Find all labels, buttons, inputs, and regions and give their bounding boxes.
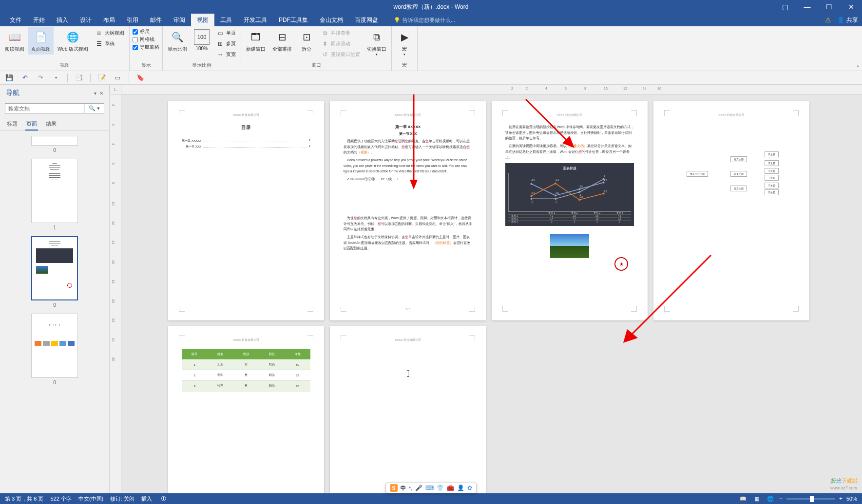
tellme-search[interactable]: 💡 告诉我您想要做什么... [394,14,455,26]
next-button[interactable]: ▭ [113,74,122,82]
zoom-out-button[interactable]: − [779,495,783,502]
search-input[interactable] [5,104,84,113]
insert-endnote-button[interactable]: 📝 [97,74,106,82]
tab-mailings[interactable]: 邮件 [144,14,168,26]
tab-layout[interactable]: 布局 [97,14,121,26]
switch-windows-button[interactable]: ⧉ 切换窗口 ▾ [364,27,389,58]
zoom-in-button[interactable]: + [839,495,843,502]
status-extra-icon[interactable]: 🛈 [161,496,166,502]
close-button[interactable]: ✕ [840,0,862,14]
research-button[interactable]: 🔖 [136,74,145,82]
thumb-item[interactable]: ▬▬▬▬▬▬▬▬▬▬▬▬▬▬▬▬▬▬▬▬▬▬▬▬▬▬▬▬▬▬▬▬▬▬▬▬▬▬▬▬… [5,159,104,230]
document-scroll-area[interactable]: XXXX 科技有限公司 目录 第一章 XXXXX2 第一节 XXX2 XXXX … [121,94,862,493]
share-button[interactable]: 👤 共享 [837,16,858,24]
page-width-button[interactable]: ↔页宽 [214,50,238,59]
ime-punct-icon[interactable]: •, [409,485,413,491]
document-page[interactable]: XXXX 科技有限公司 单击中心主题 分支主题 分支主题 分支主题 子主题 子主… [653,101,809,320]
zoom-level[interactable]: 50% [846,496,857,502]
zoom-100-button[interactable]: 100 100% [191,27,212,53]
undo-button[interactable]: ↶ [20,74,29,82]
ruler-corner[interactable]: L [110,85,121,94]
landscape-image[interactable] [550,234,589,258]
draft-view-button[interactable]: ☰ 草稿 [93,39,126,49]
redo-button[interactable]: ↷ [36,74,45,82]
ime-toolbar[interactable]: S 中 •, 🎤 ⌨ 👕 🧰 👤 ✿ [385,483,477,493]
ime-voice-icon[interactable]: 🎤 [415,485,422,491]
toc-button[interactable]: 📑 [75,74,83,82]
navpane-search[interactable]: 🔍 ▾ [5,103,104,113]
zoom-slider[interactable] [786,498,835,500]
navpane-tab-results[interactable]: 结果 [45,118,57,131]
ruler-checkbox[interactable]: 标尺 [133,28,159,35]
maximize-button[interactable]: ☐ [818,0,840,14]
read-mode-view-button[interactable]: 📖 [738,495,748,503]
tab-tools[interactable]: 工具 [214,14,238,26]
tab-review[interactable]: 审阅 [168,14,191,26]
chart[interactable]: 图表标题 4.34.454.5 2. [505,163,634,226]
document-page[interactable]: XXXX 科技有限公司 第一章 XXXXX 第一节 XXX 视频提供了功能强大的… [330,101,486,320]
ribbon-display-options-button[interactable]: ▢ [774,0,796,14]
sync-scroll-icon: ⬍ [321,40,329,48]
macros-button[interactable]: ▶ 宏 ▾ [394,27,415,58]
status-lang[interactable]: 中文(中国) [78,495,103,503]
new-window-button[interactable]: 🗔 新建窗口 [243,27,268,55]
tab-pdf[interactable]: PDF工具集 [273,14,314,26]
multi-page-button[interactable]: ⊞多页 [214,39,238,49]
zoom-button[interactable]: 🔍 显示比例 [165,27,190,55]
status-words[interactable]: 522 个字 [50,495,71,503]
ime-skin-icon[interactable]: 👕 [437,485,444,491]
svg-text:4.3: 4.3 [532,179,535,182]
split-button[interactable]: ⊡ 拆分 [296,27,317,55]
tab-baidu[interactable]: 百度网盘 [349,14,384,26]
warning-icon[interactable]: ⚠ [825,16,831,24]
vertical-ruler[interactable]: 22 46 810 1214 1618 2022 2426 [110,94,121,493]
document-page[interactable]: XXXX 科技有限公司 使用在需要位置出现的新按钮在 Word 中保存时间。要要… [492,101,648,320]
tab-design[interactable]: 设计 [74,14,97,26]
gridlines-checkbox[interactable]: 网格线 [133,36,159,43]
navpane-checkbox[interactable]: 导航窗格 [133,44,159,51]
document-page[interactable]: XXXX 科技有限公司 目录 第一章 XXXXX2 第一节 XXX2 [168,101,324,320]
ime-keyboard-icon[interactable]: ⌨ [425,485,434,491]
minimize-button[interactable]: — [796,0,818,14]
navpane-dropdown-button[interactable]: ▾ [94,91,96,96]
web-layout-view-button[interactable]: 🌐 [766,495,775,503]
thumb-item[interactable]: 0 [5,136,104,153]
navpane-thumbnails[interactable]: 0 ▬▬▬▬▬▬▬▬▬▬▬▬▬▬▬▬▬▬▬▬▬▬▬▬▬▬▬▬▬▬▬▬▬▬▬▬▬▬… [0,131,109,493]
thumb-item[interactable]: ▬▬▬▬▬▬▬▬▬▬▬▬▬▬▬▬▬▬▬▬▬ 0 [5,236,104,308]
one-page-button[interactable]: ▭单页 [214,28,238,38]
horizontal-ruler[interactable]: 2 24 68 1012 1416 [121,85,862,94]
navpane-close-button[interactable]: ✕ [99,91,103,96]
tab-insert[interactable]: 插入 [51,14,74,26]
status-page[interactable]: 第 3 页，共 6 页 [5,495,43,503]
web-layout-button[interactable]: 🌐 Web 版式视图 [55,27,91,55]
navpane-tab-headings[interactable]: 标题 [6,118,19,131]
qat-customize-button[interactable]: ▾ [52,74,60,82]
search-icon[interactable]: 🔍 ▾ [84,104,104,113]
read-mode-button[interactable]: 📖 阅读视图 [2,27,27,55]
tab-references[interactable]: 引用 [121,14,144,26]
tab-home[interactable]: 开始 [27,14,51,26]
collapse-ribbon-button[interactable]: ˄ [857,65,859,70]
arrange-all-button[interactable]: ⊟ 全部重排 [269,27,295,55]
ime-settings-icon[interactable]: ✿ [467,485,472,491]
print-layout-button[interactable]: 📄 页面视图 [28,27,54,55]
ime-toolbox-icon[interactable]: 🧰 [447,485,454,491]
status-track[interactable]: 修订: 关闭 [110,495,134,503]
print-layout-view-button[interactable]: ▦ [752,495,762,503]
tab-view[interactable]: 视图 [191,14,214,26]
tree-diagram[interactable]: 单击中心主题 分支主题 分支主题 分支主题 子主题 子主题 子主题 子主题 子主… [667,147,796,205]
data-table[interactable]: 编号姓名性别职位考核 1王五女职员80 2李四男职员78 3张三男职员70 [182,349,310,392]
status-insert[interactable]: 插入 [141,495,152,503]
ime-user-icon[interactable]: 👤 [457,485,464,491]
document-page[interactable]: XXXX 科技有限公司 编号姓名性别职位考核 1王五女职员80 2李四男职员78… [168,326,324,493]
tab-file[interactable]: 文件 [4,14,27,26]
document-page[interactable]: XXXX 科技有限公司 单击填注内容 [330,326,486,493]
outline-view-button[interactable]: ≣ 大纲视图 [93,28,126,38]
tab-kingsoft[interactable]: 金山文档 [314,14,349,26]
sogou-logo-icon[interactable]: S [390,484,398,492]
ime-mode[interactable]: 中 [401,485,406,492]
navpane-tab-pages[interactable]: 页面 [25,118,38,131]
tab-developer[interactable]: 开发工具 [238,14,273,26]
save-button[interactable]: 💾 [5,74,14,82]
thumb-item[interactable]: 0 [5,314,104,385]
